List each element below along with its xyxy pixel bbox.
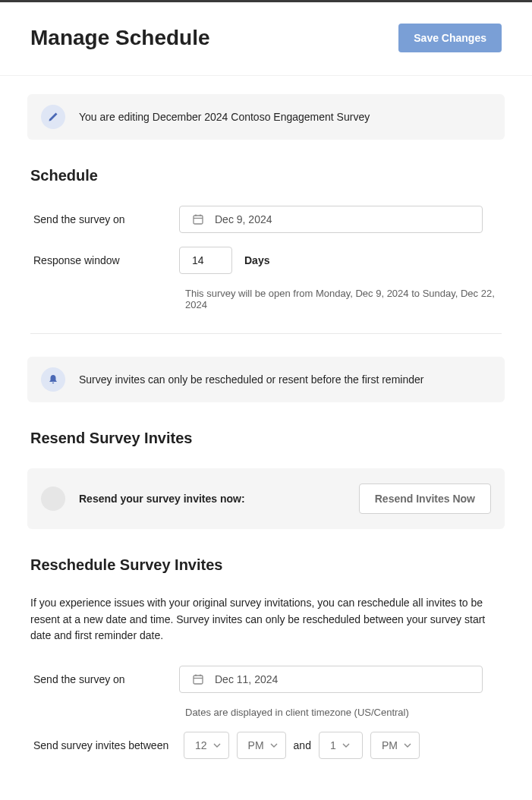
send-between-label: Send survey invites between: [33, 739, 184, 751]
and-text: and: [294, 739, 311, 751]
page-header: Manage Schedule Save Changes: [0, 2, 532, 76]
response-window-label: Response window: [33, 254, 179, 266]
chevron-down-icon: [404, 743, 411, 748]
survey-open-range-text: This survey will be open from Monday, De…: [27, 288, 505, 310]
schedule-heading: Schedule: [27, 167, 505, 184]
response-window-input[interactable]: [179, 247, 232, 274]
resend-card: Resend your survey invites now: Resend I…: [27, 468, 505, 529]
svg-rect-0: [194, 216, 203, 224]
svg-rect-4: [194, 676, 203, 684]
resend-invites-button[interactable]: Resend Invites Now: [359, 483, 491, 514]
ampm-to-select[interactable]: PM: [370, 732, 420, 759]
hour-to-select[interactable]: 1: [319, 732, 363, 759]
days-label: Days: [244, 254, 269, 266]
chevron-down-icon: [270, 743, 278, 748]
editing-banner-text: You are editing December 2024 Contoso En…: [79, 111, 370, 123]
ampm-to-value: PM: [382, 739, 398, 751]
reschedule-date-input[interactable]: Dec 11, 2024: [179, 666, 483, 693]
reminder-banner-text: Survey invites can only be rescheduled o…: [79, 373, 423, 386]
reschedule-date-value: Dec 11, 2024: [215, 673, 278, 685]
edit-icon: [41, 105, 65, 129]
reminder-banner: Survey invites can only be rescheduled o…: [27, 357, 505, 402]
reschedule-date-row: Send the survey on Dec 11, 2024: [27, 666, 505, 693]
reschedule-description: If you experience issues with your origi…: [27, 595, 505, 644]
send-date-row: Send the survey on Dec 9, 2024: [27, 206, 505, 233]
ampm-from-value: PM: [248, 739, 264, 751]
resend-heading: Resend Survey Invites: [27, 430, 505, 447]
response-window-row: Response window Days: [27, 247, 505, 274]
send-date-label: Send the survey on: [33, 213, 179, 225]
divider: [30, 333, 502, 334]
hour-from-value: 12: [195, 739, 207, 751]
chevron-down-icon: [213, 743, 221, 748]
hour-from-select[interactable]: 12: [184, 732, 229, 759]
editing-banner: You are editing December 2024 Contoso En…: [27, 94, 505, 140]
send-between-row: Send survey invites between 12 PM and: [27, 732, 505, 759]
calendar-icon: [192, 213, 204, 225]
timezone-note: Dates are displayed in client timezone (…: [27, 707, 505, 718]
save-changes-button[interactable]: Save Changes: [398, 24, 502, 52]
bell-icon: [41, 367, 65, 392]
send-date-input[interactable]: Dec 9, 2024: [179, 206, 483, 233]
resend-prompt: Resend your survey invites now:: [79, 493, 345, 505]
send-date-value: Dec 9, 2024: [215, 213, 272, 225]
content: You are editing December 2024 Contoso En…: [0, 76, 532, 800]
ampm-from-select[interactable]: PM: [237, 732, 286, 759]
reschedule-date-label: Send the survey on: [33, 673, 179, 685]
page-title: Manage Schedule: [30, 26, 210, 50]
chevron-down-icon: [342, 743, 350, 748]
reschedule-heading: Reschedule Survey Invites: [27, 556, 505, 574]
calendar-icon: [192, 673, 204, 685]
hour-to-value: 1: [330, 739, 336, 751]
resend-icon-placeholder: [41, 487, 65, 511]
